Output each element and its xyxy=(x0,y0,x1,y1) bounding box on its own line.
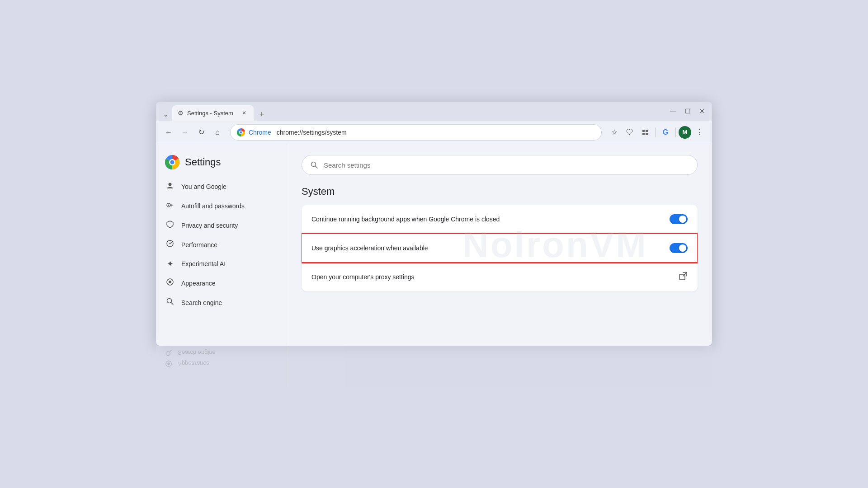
tab-list-button[interactable]: ⌄ xyxy=(160,108,172,121)
svg-rect-6 xyxy=(642,133,645,135)
section-title: System xyxy=(302,186,698,197)
reflection-appearance: Appearance xyxy=(178,361,209,367)
sidebar-item-label-privacy: Privacy and security xyxy=(181,222,238,229)
google-account-button[interactable]: G xyxy=(658,125,673,140)
close-button[interactable]: ✕ xyxy=(696,105,708,117)
bookmark-button[interactable]: ☆ xyxy=(607,125,622,140)
tab-title-text: Settings - System xyxy=(187,110,236,117)
sidebar-item-appearance[interactable]: Appearance xyxy=(156,273,279,293)
open-external-icon xyxy=(679,272,688,281)
graphics-acceleration-row: Use graphics acceleration when available xyxy=(302,234,698,263)
sidebar: Settings You and Google Autofill and pas… xyxy=(156,144,287,346)
back-button[interactable]: ← xyxy=(161,125,176,140)
background-apps-label: Continue running background apps when Go… xyxy=(311,216,670,223)
active-tab[interactable]: ⚙ Settings - System ✕ xyxy=(172,105,254,121)
sidebar-item-label-autofill: Autofill and passwords xyxy=(181,202,245,210)
background-apps-toggle[interactable] xyxy=(670,214,688,224)
content-area: NolronVM System xyxy=(287,144,712,346)
tab-close-button[interactable]: ✕ xyxy=(240,109,248,117)
sidebar-item-experimental-ai[interactable]: ✦ Experimental AI xyxy=(156,254,279,273)
svg-rect-5 xyxy=(646,130,648,132)
tab-bar: ⌄ ⚙ Settings - System ✕ + xyxy=(160,102,665,121)
nav-divider-2 xyxy=(675,127,676,137)
sidebar-item-label-search-engine: Search engine xyxy=(181,299,222,306)
svg-point-29 xyxy=(167,362,170,365)
extensions-icon xyxy=(642,129,649,136)
nav-bar: ← → ↻ ⌂ xyxy=(156,121,712,144)
svg-line-23 xyxy=(316,166,318,169)
svg-point-3 xyxy=(240,131,242,133)
appearance-icon xyxy=(165,278,175,288)
address-url-text: chrome://settings/system xyxy=(277,129,595,136)
sidebar-item-label-performance: Performance xyxy=(181,241,217,249)
reload-button[interactable]: ↻ xyxy=(194,125,208,140)
main-content: Settings You and Google Autofill and pas… xyxy=(156,144,712,346)
external-link-icon[interactable] xyxy=(679,272,688,283)
reflection-search-engine: Search engine xyxy=(178,350,216,357)
graphics-acceleration-label: Use graphics acceleration when available xyxy=(311,244,670,252)
svg-point-13 xyxy=(168,205,170,206)
title-bar: ⌄ ⚙ Settings - System ✕ + — ☐ ✕ xyxy=(156,102,712,121)
sidebar-item-privacy[interactable]: Privacy and security xyxy=(156,216,279,235)
svg-point-10 xyxy=(170,160,175,164)
autofill-icon xyxy=(165,201,175,211)
graphics-acceleration-toggle[interactable] xyxy=(670,243,688,253)
toggle-thumb xyxy=(679,216,686,223)
experimental-ai-icon: ✦ xyxy=(165,259,175,269)
sidebar-item-search-engine[interactable]: Search engine xyxy=(156,293,279,312)
extensions-button[interactable] xyxy=(638,125,652,140)
address-bar[interactable]: Chrome chrome://settings/system xyxy=(230,124,602,141)
sidebar-item-label-you-and-google: You and Google xyxy=(181,183,226,190)
svg-rect-4 xyxy=(642,130,645,132)
sidebar-item-performance[interactable]: Performance xyxy=(156,235,279,254)
chrome-logo-icon xyxy=(237,128,245,136)
svg-point-19 xyxy=(169,281,171,283)
performance-icon xyxy=(165,239,175,250)
proxy-settings-label: Open your computer's proxy settings xyxy=(311,273,679,281)
nav-right-icons: ☆ 🛡 G M ⋮ xyxy=(607,125,707,140)
forward-button[interactable]: → xyxy=(178,125,192,140)
new-tab-button[interactable]: + xyxy=(255,108,268,121)
toggle-thumb-2 xyxy=(679,244,686,252)
tab-favicon: ⚙ xyxy=(178,109,184,117)
background-apps-row: Continue running background apps when Go… xyxy=(302,205,698,234)
you-and-google-icon xyxy=(165,181,175,192)
settings-title: Settings xyxy=(185,156,221,168)
shield-button[interactable]: 🛡 xyxy=(623,125,637,140)
svg-line-27 xyxy=(170,350,171,352)
sidebar-header: Settings xyxy=(156,151,287,177)
svg-rect-7 xyxy=(646,133,648,135)
sidebar-item-label-appearance: Appearance xyxy=(181,280,216,287)
sidebar-item-label-experimental-ai: Experimental AI xyxy=(181,260,226,267)
svg-point-17 xyxy=(170,243,171,244)
window-controls: — ☐ ✕ xyxy=(667,105,708,117)
search-icon xyxy=(310,161,318,169)
search-engine-icon xyxy=(165,297,175,308)
settings-card: Continue running background apps when Go… xyxy=(302,205,698,291)
svg-line-21 xyxy=(171,303,174,305)
home-button[interactable]: ⌂ xyxy=(210,125,225,140)
search-bar[interactable] xyxy=(302,155,698,175)
profile-button[interactable]: M xyxy=(679,126,691,139)
nav-divider xyxy=(655,127,656,137)
address-brand-label: Chrome xyxy=(249,129,271,136)
svg-rect-15 xyxy=(171,204,172,206)
search-input[interactable] xyxy=(324,161,689,169)
privacy-icon xyxy=(165,220,175,230)
svg-point-11 xyxy=(169,183,172,186)
chrome-logo-large xyxy=(165,155,179,169)
menu-button[interactable]: ⋮ xyxy=(692,125,707,140)
proxy-settings-row: Open your computer's proxy settings xyxy=(302,263,698,291)
minimize-button[interactable]: — xyxy=(667,105,679,117)
sidebar-item-autofill[interactable]: Autofill and passwords xyxy=(156,196,279,216)
sidebar-item-you-and-google[interactable]: You and Google xyxy=(156,177,279,196)
maximize-button[interactable]: ☐ xyxy=(681,105,694,117)
